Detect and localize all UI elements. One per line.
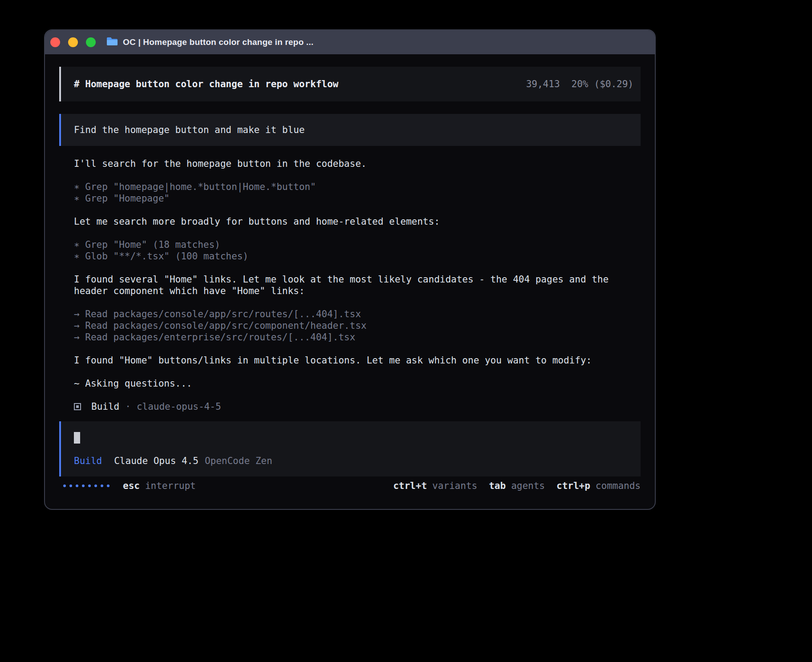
chat-line: Let me search more broadly for buttons a… xyxy=(74,216,626,227)
agents-label: agents xyxy=(511,480,545,492)
spinner-dot xyxy=(88,484,91,487)
minimize-button[interactable] xyxy=(68,37,78,47)
chat-body: I'll search for the homepage button in t… xyxy=(59,158,641,412)
keyboard-hints: ctrl+t variants tab agents ctrl+p comman… xyxy=(393,480,641,492)
chat-line: I found several "Home" links. Let me loo… xyxy=(74,274,626,297)
interrupt-label: interrupt xyxy=(145,480,196,492)
commands-hint: ctrl+p commands xyxy=(556,480,641,492)
spinner-dot xyxy=(69,484,72,487)
chat-line xyxy=(74,170,626,181)
chat-line xyxy=(74,297,626,308)
interrupt-hint: esc interrupt xyxy=(123,480,196,492)
ctrl-p-key-label: ctrl+p xyxy=(556,480,590,492)
chat-line: → Read packages/console/app/src/componen… xyxy=(74,320,626,331)
input-line xyxy=(74,432,628,444)
session-cost: ($0.29) xyxy=(594,78,633,90)
chat-line: ∗ Grep "Home" (18 matches) xyxy=(74,239,626,250)
active-model-label: Claude Opus 4.5 xyxy=(114,456,199,466)
variants-label: variants xyxy=(432,480,477,492)
agent-icon xyxy=(74,403,81,410)
text-cursor xyxy=(74,432,80,444)
agent-status-line: Build·claude-opus-4-5 xyxy=(74,401,626,412)
chat-line xyxy=(74,262,626,274)
prompt-input[interactable]: Build Claude Opus 4.5 OpenCode Zen xyxy=(59,421,641,476)
spinner-dot xyxy=(63,484,66,487)
variants-hint: ctrl+t variants xyxy=(393,480,477,492)
active-agent-label: Build xyxy=(74,456,102,466)
user-message: Find the homepage button and make it blu… xyxy=(59,114,641,146)
status-bar: esc interrupt ctrl+t variants tab agents… xyxy=(59,480,641,492)
session-header: # Homepage button color change in repo w… xyxy=(59,67,641,101)
spinner-dot xyxy=(94,484,97,487)
spinner-dot xyxy=(76,484,78,487)
context-percent: 20% xyxy=(572,78,589,90)
agents-hint: tab agents xyxy=(489,480,545,492)
chat-line: I'll search for the homepage button in t… xyxy=(74,158,626,170)
close-button[interactable] xyxy=(50,37,60,47)
terminal-content: # Homepage button color change in repo w… xyxy=(45,54,655,509)
chat-line: ∗ Grep "homepage|home.*button|Home.*butt… xyxy=(74,181,626,193)
tab-key-label: tab xyxy=(489,480,506,492)
agent-name: Build xyxy=(91,401,119,412)
token-count: 39,413 xyxy=(526,78,560,90)
progress-spinner xyxy=(63,484,110,487)
session-stats: 39,413 20% ($0.29) xyxy=(526,78,633,90)
chat-line xyxy=(74,204,626,216)
spinner-dot xyxy=(101,484,103,487)
provider-label: OpenCode Zen xyxy=(205,456,272,466)
chat-line xyxy=(74,366,626,378)
terminal-window: OC | Homepage button color change in rep… xyxy=(44,29,656,510)
chat-line xyxy=(74,389,626,401)
agent-model: claude-opus-4-5 xyxy=(137,401,221,412)
chat-line: ∗ Glob "**/*.tsx" (100 matches) xyxy=(74,250,626,262)
chat-line xyxy=(74,227,626,239)
spinner-dot xyxy=(82,484,85,487)
ctrl-t-key-label: ctrl+t xyxy=(393,480,427,492)
window-title: OC | Homepage button color change in rep… xyxy=(123,37,313,47)
agent-separator: · xyxy=(125,401,131,412)
zoom-button[interactable] xyxy=(86,37,96,47)
title-group: OC | Homepage button color change in rep… xyxy=(106,36,313,48)
chat-line xyxy=(74,343,626,355)
chat-line: I found "Home" buttons/links in multiple… xyxy=(74,355,626,366)
session-title: # Homepage button color change in repo w… xyxy=(74,78,338,90)
chat-line: → Read packages/console/app/src/routes/[… xyxy=(74,308,626,320)
input-footer: Build Claude Opus 4.5 OpenCode Zen xyxy=(74,455,628,467)
chat-line: ~ Asking questions... xyxy=(74,378,626,389)
user-message-text: Find the homepage button and make it blu… xyxy=(74,125,304,135)
traffic-lights xyxy=(50,37,96,47)
chat-line: → Read packages/enterprise/src/routes/[.… xyxy=(74,331,626,343)
title-bar: OC | Homepage button color change in rep… xyxy=(45,30,655,54)
spinner-dot xyxy=(107,484,110,487)
folder-icon xyxy=(106,36,118,48)
commands-label: commands xyxy=(596,480,641,492)
chat-line: ∗ Grep "Homepage" xyxy=(74,193,626,204)
esc-key-label: esc xyxy=(123,480,140,492)
